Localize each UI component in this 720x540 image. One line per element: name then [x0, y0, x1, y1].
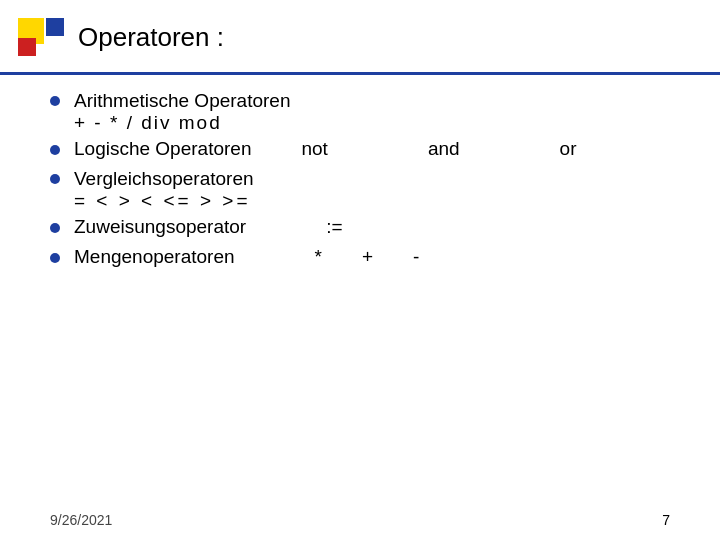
- arith-block: Arithmetische Operatoren + - * / div mod: [74, 90, 291, 134]
- logic-label: Logische Operatoren: [74, 138, 251, 160]
- set-label: Mengenoperatoren: [74, 246, 235, 268]
- compare-label: Vergleichsoperatoren: [74, 168, 254, 190]
- assign-label: Zuweisungsoperator: [74, 216, 246, 238]
- bullet-dot-3: [50, 174, 60, 184]
- red-square: [18, 38, 36, 56]
- slide-footer: 9/26/2021 7: [50, 512, 670, 528]
- set-op-minus: -: [413, 246, 419, 268]
- assign-op: :=: [326, 216, 342, 238]
- footer-date: 9/26/2021: [50, 512, 112, 528]
- slide: Operatoren : Arithmetische Operatoren + …: [0, 0, 720, 540]
- logic-not: not: [301, 138, 327, 160]
- assign-row: Zuweisungsoperator :=: [74, 216, 343, 238]
- arith-label: Arithmetische Operatoren: [74, 90, 291, 112]
- set-op-star: *: [315, 246, 322, 268]
- set-row: Mengenoperatoren * + -: [74, 246, 419, 268]
- bullet-assign: Zuweisungsoperator :=: [50, 216, 700, 238]
- page-number: 7: [662, 512, 670, 528]
- slide-content: Arithmetische Operatoren + - * / div mod…: [50, 90, 700, 276]
- set-op-plus: +: [362, 246, 373, 268]
- bullet-dot-4: [50, 223, 60, 233]
- bullet-dot-2: [50, 145, 60, 155]
- accent-line: [0, 72, 720, 75]
- bullet-dot-1: [50, 96, 60, 106]
- decoration-squares: [18, 18, 68, 68]
- logic-or: or: [560, 138, 577, 160]
- arith-ops: + - * / div mod: [74, 112, 291, 134]
- blue-square: [46, 18, 64, 36]
- compare-block: Vergleichsoperatoren = < > < <= > >=: [74, 168, 254, 212]
- slide-title: Operatoren :: [78, 22, 224, 53]
- logic-and: and: [428, 138, 460, 160]
- bullet-dot-5: [50, 253, 60, 263]
- bullet-arith: Arithmetische Operatoren + - * / div mod: [50, 90, 700, 134]
- bullet-logic: Logische Operatoren not and or: [50, 138, 700, 160]
- bullet-compare: Vergleichsoperatoren = < > < <= > >=: [50, 168, 700, 212]
- logic-row: Logische Operatoren not and or: [74, 138, 576, 160]
- bullet-set: Mengenoperatoren * + -: [50, 246, 700, 268]
- compare-ops: = < > < <= > >=: [74, 190, 254, 212]
